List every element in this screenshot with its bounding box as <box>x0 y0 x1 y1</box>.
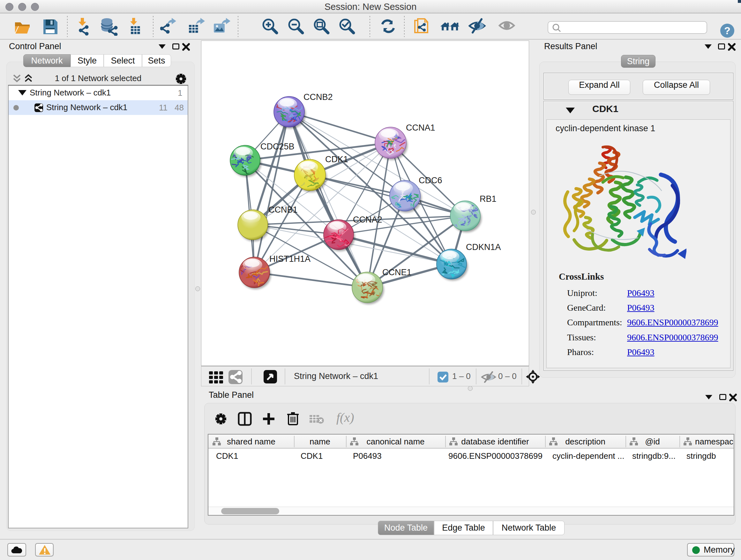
svg-text:CDK1: CDK1 <box>325 154 348 164</box>
svg-text:CCNB1: CCNB1 <box>268 205 298 214</box>
svg-text:?: ? <box>724 25 731 37</box>
svg-text:CDC25B: CDC25B <box>260 142 294 151</box>
svg-text:CDC6: CDC6 <box>419 176 442 185</box>
svg-text:CCNB2: CCNB2 <box>304 92 333 102</box>
svg-text:CCNA1: CCNA1 <box>406 123 435 132</box>
svg-text:RB1: RB1 <box>480 194 496 204</box>
svg-text:HIST1H1A: HIST1H1A <box>269 254 311 264</box>
svg-text:CCNA2: CCNA2 <box>353 215 382 225</box>
svg-text:CDKN1A: CDKN1A <box>466 242 501 252</box>
svg-text:CCNE1: CCNE1 <box>382 267 412 277</box>
